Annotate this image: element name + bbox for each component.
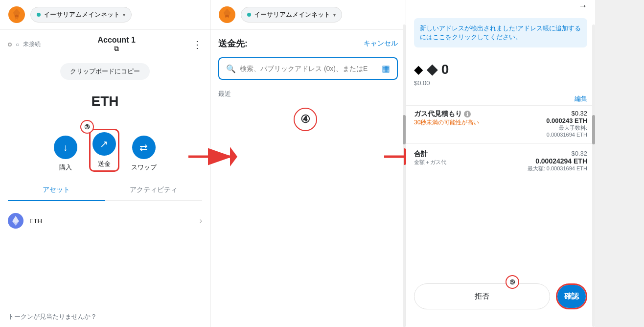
eth-asset-item: ETH › — [8, 209, 202, 233]
confirm-highlight-box: 確認 — [556, 283, 587, 309]
metamask-logo — [8, 6, 25, 23]
copy-clipboard-button[interactable]: クリップボードにコピー — [60, 63, 150, 80]
network-status-dot — [37, 13, 41, 17]
metamask-wallet-panel: イーサリアムメインネット ▾ ○ 未接続 Account 1 ⧉ ⋮ クリップボ… — [0, 0, 210, 327]
send-panel-header: イーサリアムメインネット ▾ — [210, 0, 406, 30]
swap-icon: ⇄ — [132, 136, 156, 159]
buy-button[interactable]: ↓ 購入 — [54, 136, 77, 172]
connection-status: ○ — [16, 41, 19, 48]
action-buttons-row: ↓ 購入 ③ ↗ 送金 ⇄ スワップ — [0, 121, 210, 180]
swap-button[interactable]: ⇄ スワップ — [131, 136, 157, 172]
gas-warning: 30秒未満の可能性が高い — [414, 118, 479, 127]
eth-amount-section: ◆ ◆ 0 — [406, 53, 595, 79]
action-buttons: 拒否 確認 — [406, 276, 595, 317]
total-label-left: 合計 金額＋ガス代 — [414, 150, 446, 166]
account-section: ○ 未接続 Account 1 ⧉ ⋮ — [0, 30, 210, 59]
account-status-label: 未接続 — [23, 40, 41, 48]
step-3-circle: ③ — [80, 120, 94, 134]
step-4-circle: ④ — [294, 108, 317, 131]
eth-section: ETH — [0, 84, 210, 121]
recent-label: 最近 — [210, 84, 406, 102]
total-eth: 0.00024294 ETH — [528, 157, 587, 165]
send-highlight: ↗ 送金 — [89, 129, 119, 172]
total-usd: $0.32 — [528, 150, 587, 157]
send-chevron-icon: ▾ — [333, 12, 336, 18]
tabs-row: アセット アクティビティ — [8, 180, 202, 201]
gas-section: ガス代見積もり ℹ 30秒未満の可能性が高い $0.32 0.000243 ET… — [406, 105, 595, 143]
network-name: イーサリアムメインネット — [44, 10, 120, 19]
send-address-panel: イーサリアムメインネット ▾ 送金先: キャンセル 🔍 ▦ 最近 ④ — [210, 0, 406, 327]
gas-row: ガス代見積もり ℹ 30秒未満の可能性が高い $0.32 0.000243 ET… — [414, 110, 587, 138]
qr-code-icon[interactable]: ▦ — [382, 63, 390, 74]
account-info: ○ 未接続 — [8, 40, 41, 48]
total-values: $0.32 0.00024294 ETH 最大額: 0.00031694 ETH — [528, 150, 587, 172]
send-network-selector[interactable]: イーサリアムメインネット ▾ — [241, 7, 342, 23]
cancel-button[interactable]: キャンセル — [364, 39, 398, 48]
gas-label-left: ガス代見積もり ℹ 30秒未満の可能性が高い — [414, 110, 479, 127]
svg-marker-9 — [230, 147, 237, 166]
confirmation-panel: → 新しいアドレスが検出されました!アドレス帳に追加するにはここをクリックしてく… — [406, 0, 595, 327]
network-selector[interactable]: イーサリアムメインネット ▾ — [30, 7, 132, 23]
gas-max-fee-label: 最大手数料: — [546, 124, 587, 132]
connection-status-dot — [8, 43, 12, 47]
eth-diamond-icon: ◆ — [414, 63, 423, 76]
buy-icon: ↓ — [54, 136, 77, 159]
eth-amount: ◆ 0 — [427, 61, 449, 77]
forward-icon[interactable]: → — [578, 1, 587, 11]
total-row: 合計 金額＋ガス代 $0.32 0.00024294 ETH 最大額: 0.00… — [414, 150, 587, 172]
copy-section: クリップボードにコピー — [0, 59, 210, 84]
search-icon: 🔍 — [226, 64, 236, 73]
total-sublabel: 金額＋ガス代 — [414, 159, 446, 166]
red-arrow-1 — [184, 127, 237, 186]
tab-assets[interactable]: アセット — [8, 180, 105, 201]
total-max-label: 最大額: 0.00031694 ETH — [528, 165, 587, 172]
send-network-name: イーサリアムメインネット — [254, 10, 330, 19]
send-panel-logo — [218, 6, 236, 23]
buy-label: 購入 — [59, 163, 72, 172]
send-icon: ↗ — [92, 132, 116, 156]
chevron-down-icon: ▾ — [123, 12, 125, 18]
send-network-dot — [247, 13, 251, 17]
confirm-scrollbar[interactable] — [592, 24, 595, 327]
reject-button[interactable]: 拒否 — [414, 283, 550, 309]
no-token-text: トークンが見当たりませんか？ — [0, 306, 210, 327]
swap-label: スワップ — [131, 163, 157, 172]
send-button[interactable]: ↗ 送金 — [92, 132, 116, 168]
gas-values: $0.32 0.000243 ETH 最大手数料: 0.00031694 ETH — [546, 110, 587, 138]
gas-usd: $0.32 — [546, 110, 587, 117]
edit-link[interactable]: 編集 — [406, 93, 595, 105]
total-section: 合計 金額＋ガス代 $0.32 0.00024294 ETH 最大額: 0.00… — [406, 143, 595, 178]
send-to-label: 送金先: — [218, 38, 248, 49]
address-search-input[interactable] — [240, 65, 378, 72]
copy-icon[interactable]: ⧉ — [114, 45, 119, 53]
account-name: Account 1 — [97, 36, 135, 45]
gas-info-icon[interactable]: ℹ — [464, 111, 471, 117]
gas-max-fee-value: 0.00031694 ETH — [546, 132, 587, 138]
currency-label: ETH — [92, 93, 119, 109]
usd-amount: $0.00 — [406, 79, 595, 93]
confirm-scroll-thumb — [592, 115, 595, 144]
gas-label: ガス代見積もり ℹ — [414, 110, 479, 118]
chevron-right-icon[interactable]: › — [200, 216, 202, 225]
confirm-header: → — [406, 0, 595, 12]
send-label: 送金 — [98, 160, 111, 168]
eth-asset-icon — [8, 213, 23, 229]
total-max-value: 0.00031694 ETH — [547, 165, 587, 171]
assets-section: ETH › — [0, 201, 210, 306]
send-button-wrapper: ③ ↗ 送金 — [89, 129, 119, 172]
address-search-box[interactable]: 🔍 ▦ — [218, 57, 398, 80]
confirm-button[interactable]: 確認 — [557, 285, 586, 308]
account-options-icon[interactable]: ⋮ — [192, 39, 202, 50]
send-to-row: 送金先: キャンセル — [210, 30, 406, 53]
new-address-notification[interactable]: 新しいアドレスが検出されました!アドレス帳に追加するにはここをクリックしてくださ… — [414, 18, 587, 47]
gas-eth: 0.000243 ETH — [546, 117, 587, 124]
wallet-header: イーサリアムメインネット ▾ — [0, 0, 210, 30]
step-5-circle: ⑤ — [506, 275, 519, 289]
total-label: 合計 — [414, 150, 446, 159]
eth-asset-label: ETH — [29, 217, 42, 225]
